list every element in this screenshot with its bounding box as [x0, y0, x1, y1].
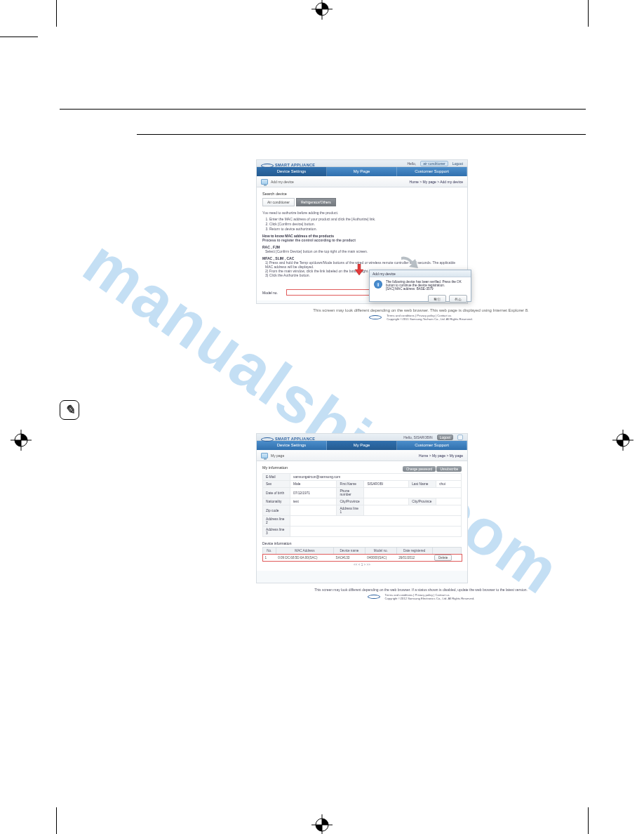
model-label: Model no. — [262, 291, 282, 295]
section-title: My information — [262, 465, 288, 470]
pager[interactable]: << < 1 > >> — [262, 561, 462, 567]
group-text: Select [Confirm Device] button on the to… — [265, 249, 462, 253]
nav-bar: Device Settings My Page Customer Support — [257, 167, 467, 176]
query-sub: Process to register the control accordin… — [262, 238, 462, 242]
registration-mark-icon — [612, 430, 633, 451]
crop-mark — [56, 807, 57, 834]
left-column: ✎ — [60, 159, 242, 600]
step-item: Enter the MAC address of your product an… — [269, 217, 462, 221]
arrow-down-icon — [354, 264, 364, 275]
screenshot-add-device: SMART APPLIANCE Hello, air conditioner L… — [256, 159, 468, 304]
tab-air-conditioner[interactable]: Air conditioner — [262, 198, 295, 206]
section-title: Device information — [262, 541, 462, 545]
logo-icon — [369, 315, 382, 319]
content-area: ✎ SMART APPLIANCE Hello, air conditioner… — [60, 35, 586, 600]
breadcrumb: Home > My page > Add my device — [410, 180, 463, 184]
arrow-curve-icon — [400, 256, 420, 271]
screenshot-my-page: SMART APPLIANCE Hello, SISAROBIN Logout … — [256, 433, 468, 583]
monitor-icon — [261, 179, 268, 185]
device-row: 1 0:09:DC:68:5D:6A:00(SAC) SAC#133 04000… — [263, 555, 462, 562]
brand-logo: SMART APPLIANCE — [261, 437, 315, 442]
logout-button[interactable]: Logout — [437, 435, 453, 440]
nav-tab-device-settings[interactable]: Device Settings — [257, 167, 327, 176]
crop-mark — [56, 0, 57, 27]
logout-link[interactable]: Logout — [452, 161, 463, 166]
divider — [60, 109, 586, 110]
nav-tab-customer-support[interactable]: Customer Support — [397, 441, 467, 450]
page: manualshive.com ✎ SMART APPLIANCE Hello,… — [0, 0, 644, 834]
greeting: Hello, SISAROBIN — [403, 435, 432, 439]
confirmation-dialog: Add my device i The following device has… — [369, 270, 471, 302]
registration-mark-icon — [311, 0, 333, 20]
device-table: No. MAC Address Device name Model no. Da… — [262, 547, 462, 561]
screenshot-caption: This screen may look different depending… — [256, 588, 586, 592]
nav-bar: Device Settings My Page Customer Support — [257, 441, 467, 450]
step-item: Return to device authorization. — [269, 227, 462, 231]
delete-button[interactable]: Delete — [434, 555, 452, 561]
panel-body: My information Change password Unsubscri… — [257, 461, 467, 571]
note-icon: ✎ — [60, 400, 79, 420]
dialog-ok-button[interactable]: 확인 — [428, 295, 446, 303]
steps-list: Enter the MAC address of your product an… — [262, 217, 462, 231]
panel-title: Add my device — [271, 180, 294, 184]
unsubscribe-button[interactable]: Unsubscribe — [436, 466, 462, 472]
panel-header: Add my device Home > My page > Add my de… — [257, 176, 467, 187]
nav-tab-device-settings[interactable]: Device Settings — [257, 441, 327, 450]
registration-mark-icon — [311, 814, 333, 834]
screenshot-caption: This screen may look different depending… — [256, 308, 586, 312]
crop-mark — [0, 37, 38, 37]
help-icon[interactable] — [457, 435, 463, 440]
nav-tab-my-page[interactable]: My Page — [327, 441, 397, 450]
dialog-message: The following device has been verified. … — [386, 280, 467, 291]
intro-text: You need to authorize before adding the … — [262, 211, 462, 215]
change-password-button[interactable]: Change password — [403, 466, 436, 472]
tab-others[interactable]: Refrigerator/Others — [296, 198, 336, 206]
right-column: SMART APPLIANCE Hello, air conditioner L… — [242, 159, 586, 600]
logo-icon — [368, 595, 380, 599]
dialog-cancel-button[interactable]: 취소 — [449, 295, 467, 303]
user-info-table: E-Mailsamsungaircon@samsung.com SexMale … — [262, 473, 462, 537]
screenshot-footer: Terms and conditions | Privacy policy | … — [256, 314, 586, 321]
breadcrumb: Home > My page > My page — [419, 454, 463, 458]
monitor-icon — [261, 453, 268, 458]
brand-logo: SMART APPLIANCE — [261, 163, 315, 168]
nav-tab-customer-support[interactable]: Customer Support — [397, 167, 467, 176]
crop-mark — [588, 807, 589, 834]
screenshot-footer: Terms and conditions | Privacy policy | … — [256, 593, 586, 600]
panel-header: My page Home > My page > My page — [257, 450, 467, 461]
device-type-chip[interactable]: air conditioner — [420, 161, 448, 166]
info-icon: i — [374, 280, 382, 289]
section-title: Search device — [262, 192, 462, 196]
crop-mark — [588, 0, 589, 27]
dialog-title: Add my device — [370, 270, 471, 277]
registration-mark-icon — [11, 430, 32, 451]
step-item: Click [Confirm device] button. — [269, 222, 462, 226]
nav-tab-my-page[interactable]: My Page — [327, 167, 397, 176]
panel-title: My page — [271, 454, 284, 458]
